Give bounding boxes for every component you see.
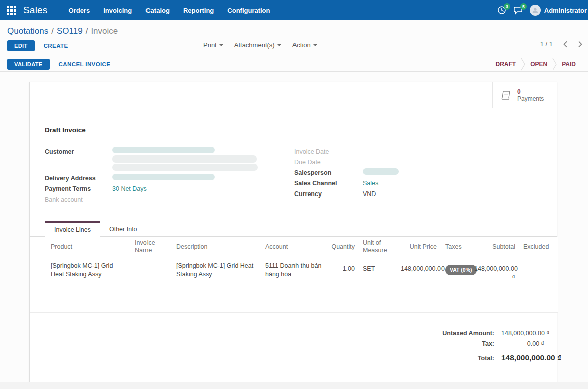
untaxed-amount-label: Untaxed Amount: [420,328,501,339]
nav-menu-catalog[interactable]: Catalog [145,7,170,14]
control-panel: Quotations/SO119/Invoice EDIT CREATE Pri… [0,20,588,57]
attachments-dropdown[interactable]: Attachment(s) [234,41,281,49]
action-dropdowns: Print Attachment(s) Action [203,41,317,49]
total-label: Total: [420,353,501,364]
currency-label: Currency [294,190,322,198]
user-menu[interactable]: Administrator [530,5,587,16]
cell-taxes: VAT (0%) [441,257,470,286]
edit-button[interactable]: EDIT [7,40,35,51]
chevron-down-icon [277,44,281,46]
untaxed-amount-value: 148,000,000.00 ₫ [501,328,556,339]
chevron-down-icon [219,44,223,46]
col-excluded[interactable]: Excluded [519,237,558,257]
status-paid[interactable]: PAID [557,61,581,68]
app-name[interactable]: Sales [23,5,48,16]
col-product[interactable]: Product [30,237,131,257]
sales-channel-value[interactable]: Sales [363,180,378,187]
col-invoice-name[interactable]: Invoice Name [131,237,172,257]
apps-grid-icon[interactable] [7,6,16,15]
chevron-right-icon [578,41,583,48]
customer-value-redacted[interactable] [112,147,215,153]
totals-separator [469,351,544,351]
payments-count: 0 [517,88,544,95]
customer-address-redacted [112,155,257,163]
bottom-strip [0,382,588,389]
nav-menu-reporting[interactable]: Reporting [183,7,214,14]
col-unit-price[interactable]: Unit Price [397,237,441,257]
activities-button[interactable]: 3 [497,6,506,15]
salesperson-label: Salesperson [294,169,331,176]
status-arrow-icon [521,58,525,71]
cell-product: [Springbok MC-1] Grid Heat Staking Assy [30,257,131,286]
payments-label: Payments [517,95,544,102]
customer-label: Customer [45,148,74,155]
total-value: 148,000,000.00 ₫ [501,352,556,363]
nav-menu-invoicing[interactable]: Invoicing [103,7,132,14]
pager-value: 1 / 1 [540,40,553,48]
col-unit-of-measure[interactable]: Unit of Measure [359,237,397,257]
statusbar: VALIDATE CANCEL INVOICE DRAFT OPEN PAID [0,57,588,72]
col-taxes[interactable]: Taxes [441,237,470,257]
invoice-state-title: Draft Invoice [45,126,86,134]
col-description[interactable]: Description [172,237,261,257]
invoice-lines-table: Product Invoice Name Description Account… [30,237,558,313]
pager-previous-button[interactable] [563,41,568,48]
nav-menus: Orders Invoicing Catalog Reporting Confi… [69,7,270,14]
salesperson-value-redacted[interactable] [363,168,399,175]
col-quantity[interactable]: Quantity [327,237,359,257]
invoice-date-label: Invoice Date [294,148,329,155]
tax-value: 0.00 ₫ [501,339,556,349]
cell-excluded [519,257,558,286]
col-account[interactable]: Account [261,237,327,257]
table-row[interactable]: [Springbok MC-1] Grid Heat Staking Assy … [30,257,558,286]
nav-menu-orders[interactable]: Orders [69,7,90,14]
untaxed-amount-row: Untaxed Amount: 148,000,000.00 ₫ [420,328,556,339]
messages-badge: 5 [520,3,527,10]
bank-account-label: Bank account [45,196,83,203]
action-dropdown[interactable]: Action [292,41,317,49]
journal-book-icon [500,90,512,100]
breadcrumb-so119[interactable]: SO119 [57,26,83,36]
chevron-left-icon [563,41,568,48]
payments-smart-button[interactable]: 0 Payments [492,82,557,108]
tab-invoice-lines[interactable]: Invoice Lines [45,221,100,237]
cell-subtotal: 148,000,000.00 ₫ [470,257,519,286]
print-dropdown[interactable]: Print [203,41,223,49]
table-header-row: Product Invoice Name Description Account… [30,237,558,257]
validate-button[interactable]: VALIDATE [7,59,50,70]
invoice-totals: Untaxed Amount: 148,000,000.00 ₫ Tax: 0.… [420,325,556,364]
status-states: DRAFT OPEN PAID [491,57,588,71]
tax-row: Tax: 0.00 ₫ [420,339,556,349]
customer-address-redacted [112,164,258,171]
breadcrumb-current: Invoice [91,26,118,36]
payment-terms-value[interactable]: 30 Net Days [112,185,147,192]
cell-invoice-name [131,257,172,286]
nav-menu-configuration[interactable]: Configuration [227,7,270,14]
avatar [530,5,541,16]
messages-button[interactable]: 5 [513,6,523,15]
page: Sales Orders Invoicing Catalog Reporting… [0,0,588,389]
status-draft[interactable]: DRAFT [491,61,521,68]
delivery-address-label: Delivery Address [45,175,96,182]
chevron-down-icon [313,44,317,46]
cancel-invoice-button[interactable]: CANCEL INVOICE [59,61,111,67]
cell-description: [Springbok MC-1] Grid Heat Staking Assy [172,257,261,286]
status-open[interactable]: OPEN [525,61,552,68]
control-panel-buttons: EDIT CREATE [7,40,68,51]
cell-account: 5111 Doanh thu bán hàng hóa [261,257,327,286]
invoice-form-sheet: 0 Payments Draft Invoice Customer Delive… [29,82,557,382]
breadcrumb: Quotations/SO119/Invoice [7,26,118,36]
cell-unit-price: 148,000,000.00 [397,257,441,286]
navbar-right: 3 5 Administrator [497,5,588,16]
col-subtotal[interactable]: Subtotal [470,237,519,257]
pager-next-button[interactable] [578,41,583,48]
delivery-address-value-redacted[interactable] [112,174,215,180]
notebook-tabs: Invoice Lines Other Info [30,221,557,237]
top-navbar: Sales Orders Invoicing Catalog Reporting… [0,0,588,20]
breadcrumb-separator: / [83,26,91,36]
sales-channel-label: Sales Channel [294,180,337,187]
breadcrumb-quotations[interactable]: Quotations [7,26,48,36]
tab-other-info[interactable]: Other Info [100,221,146,237]
button-box: 0 Payments [30,82,557,108]
create-button[interactable]: CREATE [44,43,68,49]
